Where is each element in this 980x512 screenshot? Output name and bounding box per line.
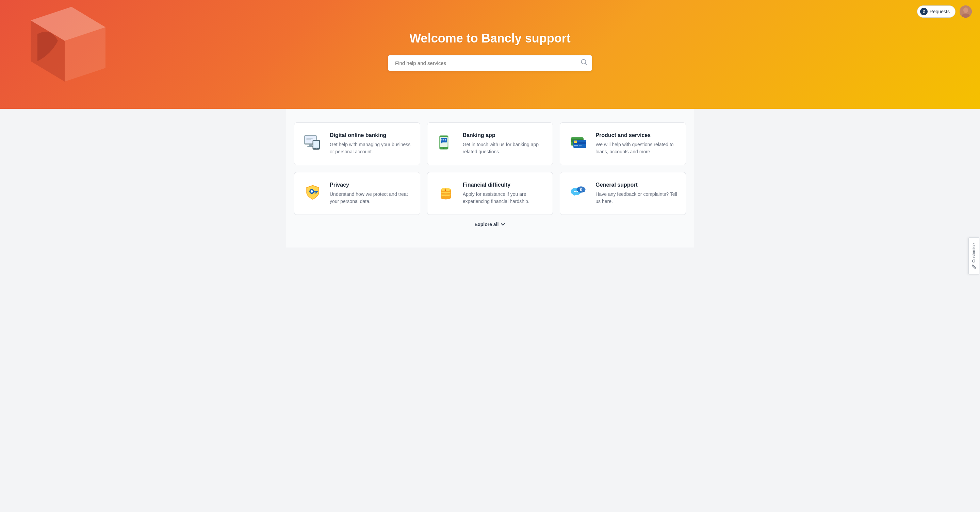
card-privacy[interactable]: Privacy Understand how we protect and tr… xyxy=(294,172,420,215)
card-text-digital: Digital online banking Get help with man… xyxy=(330,132,412,155)
card-title-general: General support xyxy=(595,182,678,188)
svg-rect-31 xyxy=(574,140,577,143)
search-icon xyxy=(581,59,587,66)
svg-rect-14 xyxy=(313,141,319,148)
card-desc-digital: Get help with managing your business or … xyxy=(330,141,412,155)
card-title-privacy: Privacy xyxy=(330,182,412,188)
svg-marker-3 xyxy=(30,7,105,41)
svg-rect-16 xyxy=(306,138,313,139)
svg-rect-38 xyxy=(313,191,318,192)
card-title-digital: Digital online banking xyxy=(330,132,412,138)
chevron-down-icon xyxy=(501,222,505,227)
svg-point-23 xyxy=(443,139,444,141)
card-title-products: Product and services xyxy=(595,132,678,138)
svg-rect-17 xyxy=(306,139,311,140)
svg-point-52 xyxy=(574,191,575,192)
card-icon-digital xyxy=(302,132,323,153)
svg-marker-2 xyxy=(65,27,105,82)
svg-point-53 xyxy=(576,191,577,192)
card-text-privacy: Privacy Understand how we protect and tr… xyxy=(330,182,412,205)
card-icon-products xyxy=(568,132,589,153)
card-title-financial: Financial difficulty xyxy=(463,182,545,188)
requests-badge: 2 xyxy=(920,8,928,15)
card-digital-online-banking[interactable]: Digital online banking Get help with man… xyxy=(294,122,420,165)
svg-line-8 xyxy=(585,63,587,65)
card-text-financial: Financial difficulty Apply for assistanc… xyxy=(463,182,545,205)
card-desc-financial: Apply for assistance if you are experien… xyxy=(463,191,545,205)
hero-decoration xyxy=(10,0,119,102)
card-desc-privacy: Understand how we protect and treat your… xyxy=(330,191,412,205)
hero-section: 2 Requests Welcome to Bancly support xyxy=(0,0,980,109)
svg-marker-0 xyxy=(30,7,105,41)
customise-tab-wrapper: Customise xyxy=(969,238,979,275)
main-content: Digital online banking Get help with man… xyxy=(286,109,694,247)
svg-point-15 xyxy=(316,148,317,149)
card-icon-financial: $ xyxy=(436,182,456,202)
card-text-general: General support Have any feedback or com… xyxy=(595,182,678,205)
cards-grid-row2: Privacy Understand how we protect and tr… xyxy=(294,172,686,215)
card-title-banking: Banking app xyxy=(463,132,545,138)
svg-marker-1 xyxy=(30,21,65,82)
search-input[interactable] xyxy=(388,55,592,71)
svg-point-20 xyxy=(443,147,444,149)
card-financial-difficulty[interactable]: $ Financial difficulty Apply for assista… xyxy=(427,172,553,215)
card-icon-privacy xyxy=(302,182,323,202)
svg-point-22 xyxy=(441,139,443,141)
card-icon-general: & xyxy=(568,182,589,202)
svg-point-5 xyxy=(963,8,968,13)
card-icon-banking xyxy=(436,132,456,153)
svg-point-37 xyxy=(311,190,313,193)
search-button[interactable] xyxy=(581,59,587,67)
explore-all[interactable]: Explore all xyxy=(294,222,686,227)
card-product-services[interactable]: Product and services We will help with q… xyxy=(560,122,686,165)
cards-grid-row1: Digital online banking Get help with man… xyxy=(294,122,686,165)
card-text-banking: Banking app Get in touch with us for ban… xyxy=(463,132,545,155)
svg-text:&: & xyxy=(580,188,582,192)
card-general-support[interactable]: & General support Have any feedback or c… xyxy=(560,172,686,215)
customise-label: Customise xyxy=(972,243,976,263)
card-text-products: Product and services We will help with q… xyxy=(595,132,678,155)
svg-point-54 xyxy=(577,191,579,192)
svg-point-24 xyxy=(445,139,447,141)
customise-tab[interactable]: Customise xyxy=(969,238,979,275)
explore-all-label: Explore all xyxy=(475,222,499,227)
card-desc-general: Have any feedback or complaints? Tell us… xyxy=(595,191,678,205)
card-banking-app[interactable]: Banking app Get in touch with us for ban… xyxy=(427,122,553,165)
svg-text:$: $ xyxy=(444,188,447,192)
search-container xyxy=(388,55,592,71)
requests-label: Requests xyxy=(930,9,950,14)
top-navigation: 2 Requests xyxy=(917,5,972,18)
svg-rect-40 xyxy=(315,192,316,194)
svg-rect-30 xyxy=(579,145,582,146)
svg-rect-39 xyxy=(316,192,317,193)
requests-button[interactable]: 2 Requests xyxy=(917,5,956,18)
svg-rect-29 xyxy=(574,145,578,146)
pencil-icon xyxy=(972,265,976,269)
card-desc-banking: Get in touch with us for banking app rel… xyxy=(463,141,545,155)
svg-rect-11 xyxy=(309,144,312,146)
hero-title: Welcome to Bancly support xyxy=(409,31,570,46)
avatar[interactable] xyxy=(959,5,972,18)
card-desc-products: We will help with questions related to l… xyxy=(595,141,678,155)
